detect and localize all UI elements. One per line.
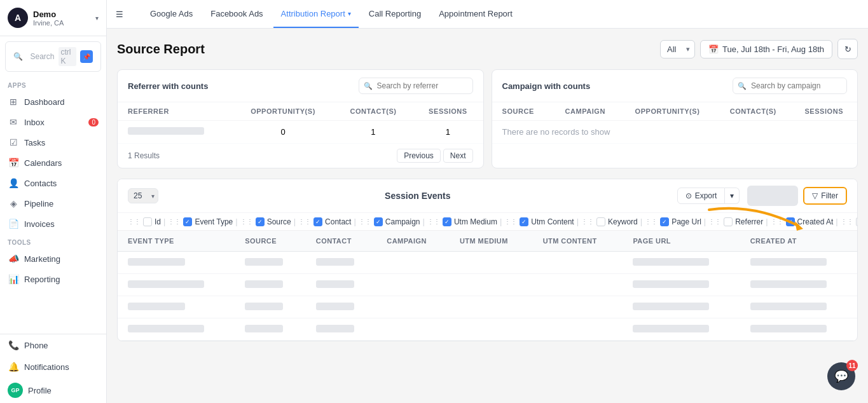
- td-created-at: [740, 318, 857, 341]
- td-utm-medium: [450, 252, 533, 274]
- col-label-created-at: Created At: [797, 217, 834, 226]
- th-event-type: EVENT TYPE: [118, 231, 235, 252]
- th-page-url: PAGE URL: [623, 231, 740, 252]
- per-page-wrapper: 25: [128, 188, 158, 203]
- sidebar-item-dashboard[interactable]: ⊞ Dashboard: [0, 92, 106, 112]
- sidebar-item-tasks[interactable]: ☑ Tasks: [0, 132, 106, 153]
- drag-handle: ⋮⋮: [581, 218, 594, 225]
- sidebar-item-phone[interactable]: 📞 Phone: [0, 334, 106, 356]
- referrer-cell-sessions: 1: [413, 121, 483, 144]
- checkbox-utm-content[interactable]: [520, 217, 528, 226]
- chat-count-badge: 11: [846, 360, 858, 371]
- refresh-button[interactable]: ↻: [837, 39, 858, 59]
- col-selector-source[interactable]: ⋮⋮ Source: [240, 217, 291, 226]
- col-selector-ad-source[interactable]: ⋮⋮ Ad Source: [841, 217, 857, 226]
- td-contact: [306, 296, 377, 318]
- referrer-search-input[interactable]: [359, 78, 473, 94]
- sidebar-item-reporting[interactable]: 📊 Reporting: [0, 269, 106, 289]
- col-selector-event-type[interactable]: ⋮⋮ Event Type: [168, 217, 233, 226]
- referrer-col-referrer: REFERRER: [118, 102, 233, 121]
- next-button[interactable]: Next: [443, 149, 473, 163]
- checkbox-ad-source[interactable]: [856, 217, 857, 226]
- checkbox-created-at[interactable]: [786, 217, 795, 226]
- td-event-type: [118, 274, 235, 296]
- top-nav: ☰ Google Ads Facebook Ads Attribution Re…: [107, 0, 868, 29]
- checkbox-utm-medium[interactable]: [443, 217, 451, 226]
- export-dropdown-button[interactable]: ▾: [725, 188, 740, 204]
- nav-item-call-reporting[interactable]: Call Reporting: [361, 0, 429, 28]
- td-contact: [306, 318, 377, 341]
- divider: |: [163, 217, 165, 226]
- tools-label: Tools: [0, 234, 106, 249]
- date-range-button[interactable]: 📅 Tue, Jul 18th - Fri, Aug 18th: [700, 40, 832, 58]
- per-page-select[interactable]: 25: [128, 188, 158, 203]
- sidebar-item-invoices[interactable]: 📄 Invoices: [0, 214, 106, 234]
- sidebar-item-label: Reporting: [24, 275, 60, 284]
- nav-item-google-ads[interactable]: Google Ads: [142, 0, 200, 28]
- cards-row: Referrer with counts REFERRER OPPORTUNIT…: [117, 69, 858, 168]
- col-selector-referrer[interactable]: ⋮⋮ Referrer: [708, 217, 763, 226]
- sidebar-item-profile[interactable]: GP Profile: [0, 378, 106, 403]
- sidebar-item-calendars[interactable]: 📅 Calendars: [0, 153, 106, 173]
- table-row: There are no records to show: [492, 121, 858, 144]
- td-created-at: [740, 252, 857, 274]
- checkbox-event-type[interactable]: [183, 217, 192, 226]
- export-button[interactable]: ⊙ Export: [677, 188, 726, 204]
- sidebar-item-label: Phone: [24, 341, 48, 350]
- nav-item-appointment-report[interactable]: Appointment Report: [431, 0, 520, 28]
- checkbox-id[interactable]: [143, 217, 152, 226]
- sidebar-item-label: Invoices: [24, 219, 55, 229]
- chevron-down-icon[interactable]: ▾: [95, 15, 99, 22]
- chat-widget[interactable]: 💬 11: [827, 362, 855, 390]
- divider: |: [766, 217, 768, 226]
- checkbox-source[interactable]: [256, 217, 265, 226]
- nav-item-facebook-ads[interactable]: Facebook Ads: [203, 0, 270, 28]
- col-selector-id[interactable]: ⋮⋮ Id: [128, 217, 161, 226]
- col-selector-utm-medium[interactable]: ⋮⋮ Utm Medium: [427, 217, 497, 226]
- previous-button[interactable]: Previous: [397, 149, 441, 163]
- drag-handle: ⋮⋮: [168, 218, 181, 225]
- invoices-icon: 📄: [8, 218, 19, 229]
- sidebar-search[interactable]: 🔍 Search ctrl K 📌: [5, 41, 101, 72]
- sidebar-item-label: Pipeline: [24, 199, 53, 208]
- table-row: 0 1 1: [118, 121, 483, 144]
- sidebar-item-notifications[interactable]: 🔔 Notifications: [0, 356, 106, 378]
- checkbox-keyword[interactable]: [596, 217, 605, 226]
- checkbox-contact[interactable]: [313, 217, 322, 226]
- checkbox-referrer[interactable]: [724, 217, 733, 226]
- page-header: Source Report All 📅 Tue, Jul 18th - Fri,…: [117, 39, 858, 59]
- td-source: [235, 252, 306, 274]
- sidebar-item-inbox[interactable]: ✉ Inbox 0: [0, 112, 106, 132]
- sidebar-item-pipeline[interactable]: ◈ Pipeline: [0, 193, 106, 214]
- col-selector-campaign[interactable]: ⋮⋮ Campaign: [359, 217, 420, 226]
- col-selector-page-url[interactable]: ⋮⋮ Page Url: [645, 217, 701, 226]
- referrer-col-contact: CONTACT(S): [334, 102, 413, 121]
- columns-button[interactable]: [747, 186, 798, 206]
- hamburger-menu[interactable]: ☰: [107, 0, 132, 28]
- sidebar-item-contacts[interactable]: 👤 Contacts: [0, 173, 106, 193]
- col-selector-created-at[interactable]: ⋮⋮ Created At: [771, 217, 834, 226]
- table-row: [118, 252, 857, 274]
- campaign-search-input[interactable]: [733, 78, 847, 94]
- col-selector-keyword[interactable]: ⋮⋮ Keyword: [581, 217, 638, 226]
- notifications-icon: 🔔: [8, 361, 19, 372]
- filter-button[interactable]: ▽ Filter: [803, 187, 847, 205]
- sidebar-item-marketing[interactable]: 📣 Marketing: [0, 249, 106, 269]
- all-select[interactable]: All: [660, 40, 695, 58]
- export-icon: ⊙: [685, 191, 692, 200]
- session-title: Session Events: [385, 191, 451, 201]
- export-group: ⊙ Export ▾: [677, 188, 740, 204]
- filter-all-wrapper: All: [660, 40, 695, 58]
- profile-avatar: GP: [8, 383, 23, 398]
- col-selector-utm-content[interactable]: ⋮⋮ Utm Content: [504, 217, 574, 226]
- calendar-icon: 📅: [708, 44, 719, 54]
- col-selector-contact[interactable]: ⋮⋮ Contact: [298, 217, 351, 226]
- table-row: [118, 274, 857, 296]
- col-label-source: Source: [267, 217, 291, 226]
- checkbox-campaign[interactable]: [374, 217, 383, 226]
- referrer-search-wrapper: [359, 78, 473, 94]
- checkbox-page-url[interactable]: [660, 217, 669, 226]
- nav-item-attribution-report[interactable]: Attribution Report ▾: [273, 0, 359, 28]
- search-icon: 🔍: [13, 52, 26, 61]
- divider: |: [577, 217, 579, 226]
